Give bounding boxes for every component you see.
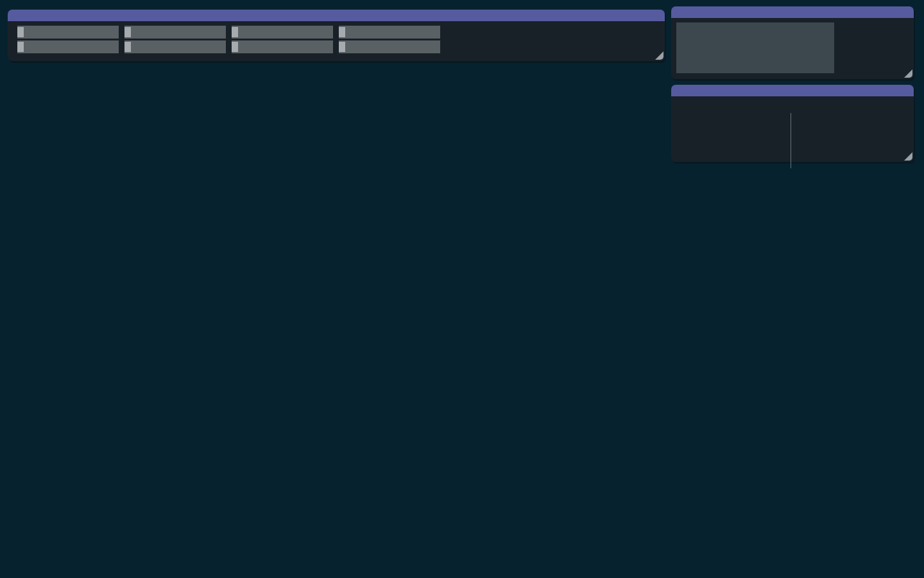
slider-handle[interactable] <box>339 27 345 37</box>
slider-handle[interactable] <box>339 42 345 52</box>
fps-sparkline <box>676 22 834 73</box>
light-position-slider-2[interactable] <box>232 40 333 53</box>
slider-handle[interactable] <box>17 42 24 52</box>
light-position-row <box>8 40 665 53</box>
light-color-row <box>8 26 665 39</box>
performance-panel <box>671 6 914 79</box>
performance-panel-titlebar[interactable] <box>671 6 914 18</box>
light-position-slider-3[interactable] <box>339 40 440 53</box>
light-color-slider-2[interactable] <box>232 26 333 39</box>
camera-pos-x-row <box>676 123 914 134</box>
slider-handle[interactable] <box>232 42 238 52</box>
slider-handle[interactable] <box>124 42 131 52</box>
lights-panel-body <box>8 21 665 53</box>
fps-graph <box>676 22 834 73</box>
slider-handle[interactable] <box>124 27 131 37</box>
light-position-slider-1[interactable] <box>124 40 226 53</box>
light-position-slider-0[interactable] <box>17 40 119 53</box>
camera-panel-titlebar[interactable] <box>671 85 914 96</box>
light-color-slider-0[interactable] <box>17 26 119 39</box>
lights-panel-titlebar[interactable] <box>8 10 665 21</box>
camera-inclination-row <box>676 101 914 112</box>
camera-pos-z-row <box>676 145 914 156</box>
light-color-slider-3[interactable] <box>339 26 440 39</box>
slider-handle[interactable] <box>232 27 238 37</box>
camera-pos-y-row <box>676 134 914 145</box>
slider-handle[interactable] <box>17 27 24 37</box>
lights-panel <box>8 10 665 61</box>
label-value-divider <box>791 113 791 168</box>
camera-panel <box>671 85 914 162</box>
performance-panel-body <box>671 22 914 73</box>
camera-azimuth-row <box>676 112 914 123</box>
light-color-slider-1[interactable] <box>124 26 226 39</box>
camera-panel-body <box>671 96 914 156</box>
